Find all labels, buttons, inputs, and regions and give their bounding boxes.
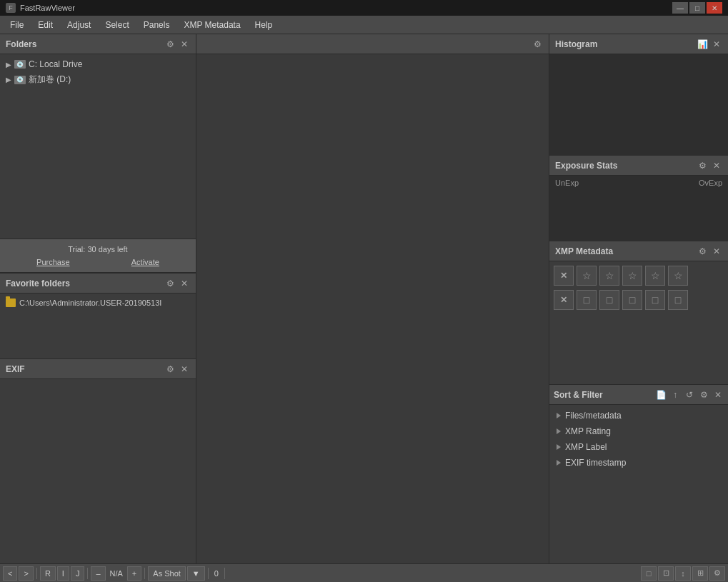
view-icon-2[interactable]: ⊡ [658,566,674,581]
folders-panel-title: Folders [6,39,36,49]
right-panel: Histogram 📊 ✕ Exposure Stats ⚙ ✕ UnExp [549,34,728,563]
purchase-link[interactable]: Purchase [36,258,69,266]
xmp-label-1[interactable]: □ [577,290,597,310]
xmp-star-2[interactable]: ☆ [599,266,619,286]
sort-item-exif-timestamp[interactable]: EXIF timestamp [549,455,728,471]
r-button[interactable]: R [40,566,56,581]
trial-links: Purchase Activate [6,258,190,266]
drive-icon-c: 💿 [14,60,26,69]
minus-button[interactable]: – [91,566,105,581]
exposure-stats-title: Exposure Stats [555,161,617,171]
xmp-settings-button[interactable]: ⚙ [697,246,708,257]
center-header: ⚙ [196,34,549,54]
favorite-item[interactable]: C:\Users\Administrator.USER-20190513I [0,296,196,309]
histogram-controls: 📊 ✕ [697,39,722,50]
sort-label-xmp-label: XMP Label [565,442,607,452]
histogram-content [549,54,728,156]
menu-panels[interactable]: Panels [136,18,177,32]
next-button[interactable]: > [19,566,33,581]
status-sep-2 [87,568,88,579]
sort-order-btn[interactable]: ↑ [669,389,681,401]
favorite-folders-controls: ⚙ ✕ [164,278,190,289]
center-settings-button[interactable]: ⚙ [532,39,543,50]
folders-settings-button[interactable]: ⚙ [164,39,176,50]
trial-panel: Trial: 30 days left Purchase Activate [0,239,196,273]
favorite-path: C:\Users\Administrator.USER-20190513I [19,298,161,307]
activate-link[interactable]: Activate [131,258,159,266]
exposure-content: UnExp OvExp [549,176,728,241]
title-bar: F FastRawViewer — □ ✕ [0,0,728,16]
xmp-close-button[interactable]: ✕ [711,246,722,257]
sort-item-files[interactable]: Files/metadata [549,408,728,423]
folder-yellow-icon [6,298,16,307]
view-icon-5[interactable]: ⚙ [709,566,725,581]
xmp-label-5[interactable]: □ [668,290,688,310]
plus-button[interactable]: + [127,566,141,581]
menu-xmp-metadata[interactable]: XMP Metadata [176,18,247,32]
xmp-label-3[interactable]: □ [622,290,642,310]
favorite-folders-panel: Favorite folders ⚙ ✕ C:\Users\Administra… [0,273,196,358]
xmp-star-4[interactable]: ☆ [645,266,665,286]
sort-close-btn[interactable]: ✕ [712,389,724,401]
drive-icon-d: 💿 [14,76,26,84]
maximize-button[interactable]: □ [689,2,705,14]
close-button[interactable]: ✕ [707,2,722,14]
exif-settings-button[interactable]: ⚙ [164,363,176,375]
folders-panel-header: Folders ⚙ ✕ [0,34,196,54]
menu-adjust[interactable]: Adjust [60,18,98,32]
favorite-folders-header: Favorite folders ⚙ ✕ [0,274,196,293]
folder-item-c[interactable]: ▶ 💿 C: Local Drive [0,57,196,71]
i-button[interactable]: I [57,566,69,581]
sort-settings-btn[interactable]: ⚙ [698,389,709,401]
dropdown-button[interactable]: ▼ [187,566,205,581]
sort-filter-header: Sort & Filter 📄 ↑ ↺ ⚙ ✕ [549,385,728,405]
j-button[interactable]: J [71,566,85,581]
exposure-close-button[interactable]: ✕ [711,160,722,171]
prev-button[interactable]: < [3,566,17,581]
xmp-label-2[interactable]: □ [599,290,619,310]
xmp-star-5[interactable]: ☆ [668,266,688,286]
histogram-chart-button[interactable]: 📊 [697,39,708,50]
view-icon-1[interactable]: □ [641,566,657,581]
folder-label-d: 新加巻 (D:) [29,74,71,86]
folder-arrow-c: ▶ [4,60,13,69]
menu-help[interactable]: Help [248,18,280,32]
sort-file-btn[interactable]: 📄 [655,389,667,401]
unexposed-label: UnExp [555,179,579,187]
histogram-title: Histogram [555,39,597,49]
menu-edit[interactable]: Edit [31,18,60,32]
sort-arrow-xmp-rating [557,428,561,434]
sort-label-exif-timestamp: EXIF timestamp [565,458,626,468]
menu-select[interactable]: Select [98,18,136,32]
folder-item-d[interactable]: ▶ 💿 新加巻 (D:) [0,71,196,88]
sort-item-xmp-rating[interactable]: XMP Rating [549,423,728,439]
sort-refresh-btn[interactable]: ↺ [684,389,695,401]
folder-label-c: C: Local Drive [29,59,82,69]
exposure-stats-controls: ⚙ ✕ [697,160,722,171]
exposure-labels: UnExp OvExp [549,176,728,190]
exposure-settings-button[interactable]: ⚙ [697,160,708,171]
favorite-folders-title: Favorite folders [6,279,70,289]
minimize-button[interactable]: — [672,2,688,14]
xmp-star-3[interactable]: ☆ [622,266,642,286]
favorite-folders-settings-button[interactable]: ⚙ [164,278,176,289]
xmp-stars-row1: ✕ ☆ ☆ ☆ ☆ ☆ [554,266,724,286]
exposure-stats-header: Exposure Stats ⚙ ✕ [549,156,728,176]
folders-close-button[interactable]: ✕ [179,39,190,50]
menu-file[interactable]: File [3,18,31,32]
as-shot-button[interactable]: As Shot [148,566,186,581]
favorite-folders-close-button[interactable]: ✕ [179,278,190,289]
center-panel: ⚙ [196,34,549,563]
xmp-metadata-title: XMP Metadata [555,246,613,256]
main-layout: Folders ⚙ ✕ ▶ 💿 C: Local Drive ▶ 💿 新加巻 (… [0,34,728,563]
trial-text: Trial: 30 days left [6,245,190,254]
view-icon-3[interactable]: ↕ [675,566,691,581]
xmp-x-btn-2[interactable]: ✕ [554,290,574,310]
histogram-close-button[interactable]: ✕ [711,39,722,50]
view-icon-4[interactable]: ⊞ [692,566,708,581]
xmp-star-1[interactable]: ☆ [577,266,597,286]
xmp-label-4[interactable]: □ [645,290,665,310]
sort-item-xmp-label[interactable]: XMP Label [549,439,728,455]
exif-close-button[interactable]: ✕ [179,363,190,375]
xmp-x-btn-1[interactable]: ✕ [554,266,574,286]
